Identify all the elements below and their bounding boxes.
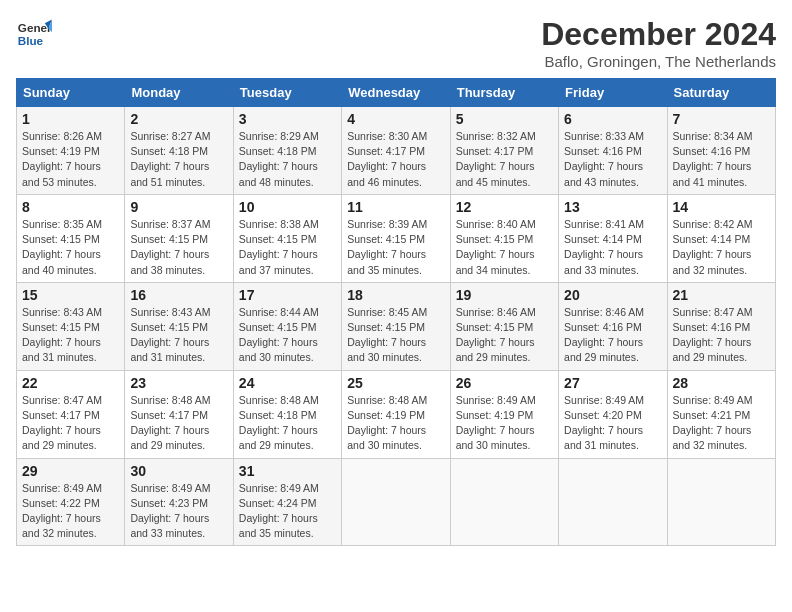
calendar-cell: 10Sunrise: 8:38 AM Sunset: 4:15 PM Dayli… [233,194,341,282]
day-info: Sunrise: 8:48 AM Sunset: 4:17 PM Dayligh… [130,393,227,454]
calendar-cell: 14Sunrise: 8:42 AM Sunset: 4:14 PM Dayli… [667,194,775,282]
day-number: 23 [130,375,227,391]
calendar-cell: 15Sunrise: 8:43 AM Sunset: 4:15 PM Dayli… [17,282,125,370]
day-info: Sunrise: 8:49 AM Sunset: 4:24 PM Dayligh… [239,481,336,542]
calendar-table: SundayMondayTuesdayWednesdayThursdayFrid… [16,78,776,546]
calendar-cell [559,458,667,546]
calendar-cell: 30Sunrise: 8:49 AM Sunset: 4:23 PM Dayli… [125,458,233,546]
day-number: 27 [564,375,661,391]
day-number: 2 [130,111,227,127]
day-info: Sunrise: 8:49 AM Sunset: 4:23 PM Dayligh… [130,481,227,542]
day-number: 6 [564,111,661,127]
calendar-cell [342,458,450,546]
calendar-cell: 6Sunrise: 8:33 AM Sunset: 4:16 PM Daylig… [559,107,667,195]
calendar-cell: 26Sunrise: 8:49 AM Sunset: 4:19 PM Dayli… [450,370,558,458]
day-info: Sunrise: 8:42 AM Sunset: 4:14 PM Dayligh… [673,217,770,278]
page-header: General Blue December 2024 Baflo, Gronin… [16,16,776,70]
svg-text:Blue: Blue [18,34,44,47]
logo-icon: General Blue [16,16,52,52]
calendar-cell: 11Sunrise: 8:39 AM Sunset: 4:15 PM Dayli… [342,194,450,282]
day-number: 3 [239,111,336,127]
calendar-cell: 27Sunrise: 8:49 AM Sunset: 4:20 PM Dayli… [559,370,667,458]
calendar-cell: 29Sunrise: 8:49 AM Sunset: 4:22 PM Dayli… [17,458,125,546]
calendar-cell: 22Sunrise: 8:47 AM Sunset: 4:17 PM Dayli… [17,370,125,458]
day-info: Sunrise: 8:37 AM Sunset: 4:15 PM Dayligh… [130,217,227,278]
day-info: Sunrise: 8:49 AM Sunset: 4:20 PM Dayligh… [564,393,661,454]
header-monday: Monday [125,79,233,107]
calendar-cell: 5Sunrise: 8:32 AM Sunset: 4:17 PM Daylig… [450,107,558,195]
day-info: Sunrise: 8:41 AM Sunset: 4:14 PM Dayligh… [564,217,661,278]
day-info: Sunrise: 8:39 AM Sunset: 4:15 PM Dayligh… [347,217,444,278]
calendar-cell [450,458,558,546]
day-number: 1 [22,111,119,127]
header-wednesday: Wednesday [342,79,450,107]
day-number: 9 [130,199,227,215]
calendar-cell: 3Sunrise: 8:29 AM Sunset: 4:18 PM Daylig… [233,107,341,195]
week-row-4: 22Sunrise: 8:47 AM Sunset: 4:17 PM Dayli… [17,370,776,458]
calendar-cell: 4Sunrise: 8:30 AM Sunset: 4:17 PM Daylig… [342,107,450,195]
day-info: Sunrise: 8:47 AM Sunset: 4:16 PM Dayligh… [673,305,770,366]
day-number: 24 [239,375,336,391]
calendar-cell: 20Sunrise: 8:46 AM Sunset: 4:16 PM Dayli… [559,282,667,370]
calendar-cell: 19Sunrise: 8:46 AM Sunset: 4:15 PM Dayli… [450,282,558,370]
day-info: Sunrise: 8:49 AM Sunset: 4:19 PM Dayligh… [456,393,553,454]
header-thursday: Thursday [450,79,558,107]
calendar-header: SundayMondayTuesdayWednesdayThursdayFrid… [17,79,776,107]
title-block: December 2024 Baflo, Groningen, The Neth… [541,16,776,70]
calendar-cell [667,458,775,546]
calendar-cell: 24Sunrise: 8:48 AM Sunset: 4:18 PM Dayli… [233,370,341,458]
logo: General Blue [16,16,52,52]
week-row-1: 1Sunrise: 8:26 AM Sunset: 4:19 PM Daylig… [17,107,776,195]
day-info: Sunrise: 8:43 AM Sunset: 4:15 PM Dayligh… [130,305,227,366]
day-info: Sunrise: 8:44 AM Sunset: 4:15 PM Dayligh… [239,305,336,366]
day-info: Sunrise: 8:32 AM Sunset: 4:17 PM Dayligh… [456,129,553,190]
day-number: 21 [673,287,770,303]
header-saturday: Saturday [667,79,775,107]
day-info: Sunrise: 8:46 AM Sunset: 4:16 PM Dayligh… [564,305,661,366]
day-number: 8 [22,199,119,215]
calendar-cell: 9Sunrise: 8:37 AM Sunset: 4:15 PM Daylig… [125,194,233,282]
calendar-cell: 1Sunrise: 8:26 AM Sunset: 4:19 PM Daylig… [17,107,125,195]
calendar-cell: 23Sunrise: 8:48 AM Sunset: 4:17 PM Dayli… [125,370,233,458]
day-info: Sunrise: 8:26 AM Sunset: 4:19 PM Dayligh… [22,129,119,190]
header-sunday: Sunday [17,79,125,107]
day-number: 13 [564,199,661,215]
calendar-body: 1Sunrise: 8:26 AM Sunset: 4:19 PM Daylig… [17,107,776,546]
calendar-cell: 25Sunrise: 8:48 AM Sunset: 4:19 PM Dayli… [342,370,450,458]
day-info: Sunrise: 8:38 AM Sunset: 4:15 PM Dayligh… [239,217,336,278]
day-info: Sunrise: 8:45 AM Sunset: 4:15 PM Dayligh… [347,305,444,366]
day-info: Sunrise: 8:35 AM Sunset: 4:15 PM Dayligh… [22,217,119,278]
calendar-cell: 18Sunrise: 8:45 AM Sunset: 4:15 PM Dayli… [342,282,450,370]
day-info: Sunrise: 8:46 AM Sunset: 4:15 PM Dayligh… [456,305,553,366]
calendar-cell: 31Sunrise: 8:49 AM Sunset: 4:24 PM Dayli… [233,458,341,546]
day-number: 25 [347,375,444,391]
day-info: Sunrise: 8:43 AM Sunset: 4:15 PM Dayligh… [22,305,119,366]
header-tuesday: Tuesday [233,79,341,107]
calendar-cell: 17Sunrise: 8:44 AM Sunset: 4:15 PM Dayli… [233,282,341,370]
day-number: 10 [239,199,336,215]
day-number: 31 [239,463,336,479]
calendar-cell: 2Sunrise: 8:27 AM Sunset: 4:18 PM Daylig… [125,107,233,195]
calendar-cell: 13Sunrise: 8:41 AM Sunset: 4:14 PM Dayli… [559,194,667,282]
calendar-title: December 2024 [541,16,776,53]
calendar-cell: 28Sunrise: 8:49 AM Sunset: 4:21 PM Dayli… [667,370,775,458]
week-row-2: 8Sunrise: 8:35 AM Sunset: 4:15 PM Daylig… [17,194,776,282]
day-number: 14 [673,199,770,215]
day-info: Sunrise: 8:48 AM Sunset: 4:19 PM Dayligh… [347,393,444,454]
day-number: 30 [130,463,227,479]
day-number: 15 [22,287,119,303]
header-friday: Friday [559,79,667,107]
day-info: Sunrise: 8:34 AM Sunset: 4:16 PM Dayligh… [673,129,770,190]
day-info: Sunrise: 8:47 AM Sunset: 4:17 PM Dayligh… [22,393,119,454]
day-number: 5 [456,111,553,127]
day-info: Sunrise: 8:49 AM Sunset: 4:21 PM Dayligh… [673,393,770,454]
day-number: 7 [673,111,770,127]
day-number: 4 [347,111,444,127]
day-number: 22 [22,375,119,391]
day-info: Sunrise: 8:30 AM Sunset: 4:17 PM Dayligh… [347,129,444,190]
day-info: Sunrise: 8:40 AM Sunset: 4:15 PM Dayligh… [456,217,553,278]
day-number: 29 [22,463,119,479]
day-number: 16 [130,287,227,303]
day-info: Sunrise: 8:49 AM Sunset: 4:22 PM Dayligh… [22,481,119,542]
day-number: 28 [673,375,770,391]
